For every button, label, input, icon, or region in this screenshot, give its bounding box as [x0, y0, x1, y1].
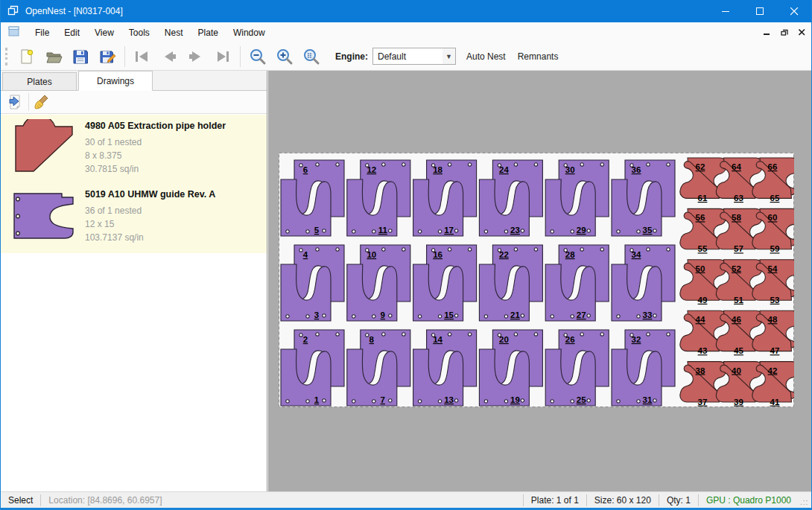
part-number-label: 41	[770, 398, 780, 407]
part-number-label: 20	[499, 335, 509, 344]
save-as-button[interactable]	[94, 45, 121, 68]
close-button[interactable]	[777, 0, 811, 22]
mode-indicator: Select	[1, 495, 40, 506]
part-number-label: 25	[577, 395, 586, 404]
menu-edit[interactable]: Edit	[57, 24, 87, 42]
open-file-button[interactable]	[40, 45, 67, 68]
part-number-label: 43	[698, 346, 708, 355]
part-number-label: 62	[696, 162, 705, 171]
part-number-label: 34	[632, 250, 641, 259]
part-number-label: 30	[565, 165, 575, 174]
first-plate-button[interactable]	[129, 45, 156, 68]
part-number-label: 10	[367, 250, 376, 259]
auto-nest-button[interactable]: Auto Nest	[460, 47, 512, 66]
toolbar-separator	[240, 46, 241, 67]
mdi-minimize-icon[interactable]	[764, 28, 770, 38]
plate-size: Size: 60 x 120	[587, 495, 659, 506]
drawing-thumbnail-purple	[8, 188, 79, 247]
remnants-button[interactable]: Remnants	[512, 47, 565, 66]
zoom-out-button[interactable]	[244, 45, 271, 68]
menu-nest[interactable]: Nest	[157, 24, 191, 42]
window-title: OpenNest - [N0317-004]	[25, 6, 123, 16]
status-bar: Select Location: [84.8696, 60.6957] Plat…	[1, 491, 811, 508]
part-number-label: 60	[768, 213, 778, 222]
nesting-canvas[interactable]: 6512111817242330293635431091615222128273…	[268, 71, 812, 491]
part-number-label: 54	[768, 264, 778, 273]
menu-window[interactable]: Window	[226, 24, 273, 42]
part-number-label: 12	[367, 165, 376, 174]
tab-drawings[interactable]: Drawings	[78, 71, 153, 91]
part-number-label: 28	[565, 250, 575, 259]
cursor-location: Location: [84.8696, 60.6957]	[41, 495, 169, 506]
menu-file[interactable]: File	[28, 24, 57, 42]
part-number-label: 4	[303, 250, 308, 259]
list-item[interactable]: 4980 A05 Extraction pipe holder 30 of 1 …	[1, 115, 267, 183]
last-plate-button[interactable]	[209, 45, 236, 68]
part-number-label: 18	[433, 165, 443, 174]
part-number-label: 42	[768, 366, 778, 375]
part-number-label: 38	[696, 366, 705, 375]
resize-grip[interactable]: .::	[800, 498, 809, 507]
part-number-label: 33	[643, 310, 653, 319]
drawing-nested-count: 30 of 1 nested	[85, 136, 226, 149]
toolbar-grip[interactable]	[5, 48, 7, 66]
tab-plates[interactable]: Plates	[2, 72, 77, 90]
left-panel: Plates Drawings 4980 A05 Extra	[1, 71, 267, 491]
list-item[interactable]: 5019 A10 UHMW guide Rev. A 36 of 1 neste…	[1, 183, 267, 253]
part-number-label: 40	[732, 366, 741, 375]
plate-qty: Qty: 1	[659, 495, 698, 506]
part-number-label: 45	[734, 346, 743, 355]
menu-view[interactable]: View	[87, 24, 121, 42]
menu-plate[interactable]: Plate	[191, 24, 226, 42]
drawing-area: 103.7137 sq/in	[85, 231, 215, 244]
mdi-close-icon[interactable]	[799, 28, 805, 38]
part-number-label: 56	[696, 213, 705, 222]
zoom-fit-button[interactable]	[298, 45, 325, 68]
part-number-label: 14	[433, 335, 443, 344]
app-window: OpenNest - [N0317-004] File Edit View To…	[0, 0, 812, 510]
document-icon[interactable]	[8, 26, 20, 39]
part-number-label: 63	[734, 194, 743, 203]
menu-bar: File Edit View Tools Nest Plate Window	[1, 22, 811, 42]
part-number-label: 31	[643, 395, 653, 404]
part-number-label: 49	[698, 296, 708, 305]
menu-tools[interactable]: Tools	[121, 24, 157, 42]
part-number-label: 11	[378, 226, 388, 235]
plate-count: Plate: 1 of 1	[524, 495, 586, 506]
drawing-thumbnail-red	[8, 119, 79, 177]
zoom-in-button[interactable]	[271, 45, 298, 68]
tab-strip: Plates Drawings	[1, 71, 267, 91]
part-number-label: 23	[510, 226, 520, 235]
maximize-button[interactable]	[743, 0, 777, 22]
minimize-button[interactable]	[708, 0, 743, 22]
part-number-label: 53	[770, 296, 780, 305]
part-number-label: 29	[577, 226, 586, 235]
plate[interactable]: 6512111817242330293635431091615222128273…	[279, 153, 794, 407]
drawing-nested-count: 36 of 1 nested	[85, 204, 215, 217]
part-number-label: 44	[696, 315, 705, 324]
part-number-label: 66	[768, 162, 778, 171]
part-number-label: 3	[314, 310, 319, 319]
main-area: Plates Drawings 4980 A05 Extra	[1, 71, 812, 491]
drawing-size: 8 x 8.375	[85, 149, 226, 162]
gpu-indicator: GPU : Quadro P1000	[699, 495, 799, 506]
part-number-label: 36	[632, 165, 641, 174]
part-number-label: 64	[732, 162, 741, 171]
chevron-down-icon[interactable]: ▼	[443, 48, 455, 64]
part-number-label: 7	[381, 395, 385, 404]
part-number-label: 39	[734, 398, 743, 407]
clear-drawings-button[interactable]	[32, 92, 53, 112]
engine-combobox[interactable]: Default ▼	[372, 48, 456, 65]
part-number-label: 37	[698, 398, 708, 407]
save-button[interactable]	[67, 45, 94, 68]
mdi-restore-icon[interactable]	[781, 28, 788, 38]
drawing-title: 5019 A10 UHMW guide Rev. A	[85, 189, 215, 200]
part-number-label: 2	[303, 335, 308, 344]
new-file-button[interactable]	[13, 45, 40, 68]
drawing-title: 4980 A05 Extraction pipe holder	[85, 121, 226, 131]
import-drawing-button[interactable]	[4, 92, 25, 112]
previous-plate-button[interactable]	[156, 45, 183, 68]
part-number-label: 52	[732, 264, 741, 273]
title-bar: OpenNest - [N0317-004]	[1, 0, 811, 22]
next-plate-button[interactable]	[183, 45, 209, 68]
